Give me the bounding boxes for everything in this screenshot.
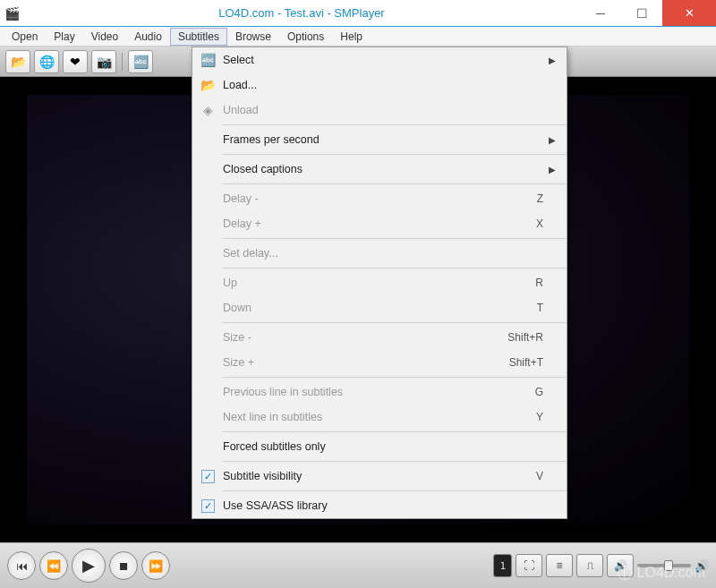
abc-icon[interactable]: 🔤 xyxy=(128,50,153,73)
forward-button[interactable]: ⏩ xyxy=(141,551,170,580)
menuitem-size: Size +Shift+T xyxy=(192,350,567,375)
playback-controls: ⏮ ⏪ ▶ ⏹ ⏩ 1 ⛶ ≡ ⎍ 🔊 🔊 xyxy=(0,542,716,588)
menuitem-label: Unload xyxy=(223,104,543,116)
menu-separator xyxy=(223,461,567,462)
shortcut-label: Shift+R xyxy=(507,331,543,344)
submenu-arrow-icon: ▶ xyxy=(543,55,556,65)
shortcut-label: R xyxy=(535,277,543,289)
menuitem-delay: Delay +X xyxy=(192,211,567,236)
menuitem-label: Forced subtitles only xyxy=(223,440,543,453)
menuitem-label: Up xyxy=(223,277,535,289)
camera-icon[interactable]: 📷 xyxy=(91,50,116,73)
stop-button[interactable]: ⏹ xyxy=(109,551,138,580)
menuitem-down: DownT xyxy=(192,295,567,320)
maximize-button[interactable]: ☐ xyxy=(621,0,662,26)
menu-open[interactable]: Open xyxy=(4,28,46,46)
menuitem-load[interactable]: 📂Load... xyxy=(192,72,567,98)
menuitem-set-delay: Set delay... xyxy=(192,241,567,266)
menuitem-size: Size -Shift+R xyxy=(192,325,567,350)
subtitles-menu: 🔤Select▶📂Load...◈UnloadFrames per second… xyxy=(192,47,567,519)
shortcut-label: Shift+T xyxy=(509,356,543,369)
menuitem-unload: ◈Unload xyxy=(192,98,567,123)
menu-help[interactable]: Help xyxy=(332,28,371,46)
globe-icon[interactable]: 🌐 xyxy=(34,50,59,73)
time-display: 1 xyxy=(493,554,512,577)
shortcut-label: Z xyxy=(537,192,543,205)
menuitem-label: Load... xyxy=(223,79,543,91)
app-icon: 🎬 xyxy=(0,6,23,21)
menuitem-label: Subtitle visibility xyxy=(223,470,536,482)
menu-video[interactable]: Video xyxy=(83,28,126,46)
equalizer-button[interactable]: ⎍ xyxy=(576,554,603,577)
menuitem-label: Use SSA/ASS library xyxy=(223,499,543,512)
close-button[interactable]: ✕ xyxy=(662,0,716,26)
shortcut-label: X xyxy=(536,217,543,230)
menu-separator xyxy=(223,490,567,491)
menuitem-up: UpR xyxy=(192,270,567,295)
titlebar: 🎬 LO4D.com - Test.avi - SMPlayer ─ ☐ ✕ xyxy=(0,0,716,27)
toolbar-separator xyxy=(122,53,123,71)
menuitem-label: Select xyxy=(223,54,543,66)
watermark: LO4D.com xyxy=(618,565,705,581)
menu-play[interactable]: Play xyxy=(46,28,82,46)
menubar: OpenPlayVideoAudioSubtitlesBrowseOptions… xyxy=(0,27,716,47)
menuitem-label: Previous line in subtitles xyxy=(223,386,535,398)
menuitem-closed-captions[interactable]: Closed captions▶ xyxy=(192,157,567,182)
disc-icon: ◈ xyxy=(192,103,223,117)
menuitem-label: Size - xyxy=(223,331,507,344)
shortcut-label: V xyxy=(536,470,543,482)
abc-icon: 🔤 xyxy=(192,53,223,67)
menu-options[interactable]: Options xyxy=(279,28,332,46)
menu-subtitles[interactable]: Subtitles xyxy=(170,28,227,46)
menu-separator xyxy=(223,431,567,432)
menuitem-label: Closed captions xyxy=(223,163,543,175)
minimize-button[interactable]: ─ xyxy=(580,0,621,26)
menuitem-forced-subtitles-only[interactable]: Forced subtitles only xyxy=(192,434,567,459)
menuitem-subtitle-visibility[interactable]: ✓Subtitle visibilityV xyxy=(192,464,567,489)
menuitem-use-ssa-ass-library[interactable]: ✓Use SSA/ASS library xyxy=(192,493,567,518)
menuitem-next-line-in-subtitles: Next line in subtitlesY xyxy=(192,405,567,430)
menu-separator xyxy=(223,183,567,184)
menuitem-frames-per-second[interactable]: Frames per second▶ xyxy=(192,127,567,152)
submenu-arrow-icon: ▶ xyxy=(543,165,556,175)
folder-icon[interactable]: 📂 xyxy=(5,50,30,73)
shortcut-label: Y xyxy=(536,411,543,423)
window-title: LO4D.com - Test.avi - SMPlayer xyxy=(23,6,580,20)
menu-audio[interactable]: Audio xyxy=(126,28,170,46)
submenu-arrow-icon: ▶ xyxy=(543,135,556,145)
watermark-text: LO4D.com xyxy=(637,565,705,581)
menuitem-label: Delay + xyxy=(223,217,536,230)
menuitem-delay: Delay -Z xyxy=(192,186,567,211)
play-button[interactable]: ▶ xyxy=(72,549,106,583)
menuitem-label: Frames per second xyxy=(223,133,543,146)
menuitem-label: Delay - xyxy=(223,192,537,205)
folder-icon: 📂 xyxy=(192,78,223,92)
menuitem-label: Next line in subtitles xyxy=(223,411,536,423)
window-buttons: ─ ☐ ✕ xyxy=(580,0,716,26)
menuitem-label: Set delay... xyxy=(223,247,543,260)
fullscreen-button[interactable]: ⛶ xyxy=(516,554,542,577)
playlist-button[interactable]: ≡ xyxy=(546,554,573,577)
globe-icon xyxy=(618,566,632,580)
menuitem-label: Down xyxy=(223,302,537,314)
prev-track-button[interactable]: ⏮ xyxy=(7,551,36,580)
menu-separator xyxy=(223,322,567,323)
checkbox-icon: ✓ xyxy=(192,499,223,513)
rewind-button[interactable]: ⏪ xyxy=(39,551,68,580)
menu-separator xyxy=(223,268,567,268)
heart-icon[interactable]: ❤ xyxy=(63,50,88,73)
menu-separator xyxy=(223,124,567,125)
menuitem-select[interactable]: 🔤Select▶ xyxy=(192,47,567,72)
menuitem-label: Size + xyxy=(223,356,509,369)
menu-separator xyxy=(223,154,567,155)
menu-browse[interactable]: Browse xyxy=(227,28,279,46)
menu-separator xyxy=(223,377,567,378)
shortcut-label: T xyxy=(537,302,543,314)
menu-separator xyxy=(223,238,567,239)
checkbox-icon: ✓ xyxy=(192,470,223,483)
menuitem-previous-line-in-subtitles: Previous line in subtitlesG xyxy=(192,379,567,405)
shortcut-label: G xyxy=(535,386,543,398)
